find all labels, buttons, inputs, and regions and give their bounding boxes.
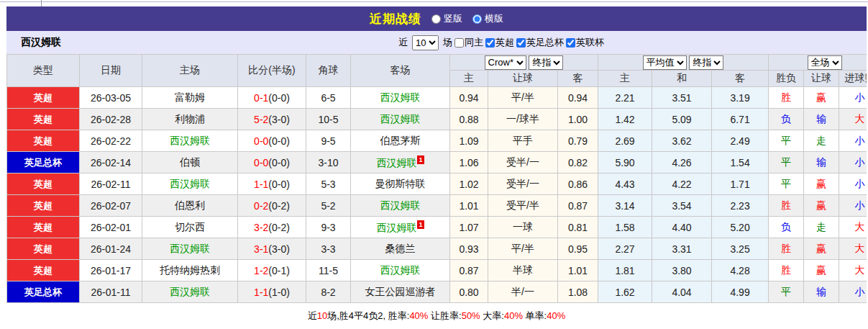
sub-header-avg-draw: 和 [652, 71, 712, 87]
league-badge: 英超 [7, 238, 80, 260]
corner-score: 5-3 [306, 173, 351, 195]
odds-away: 0.86 [558, 173, 598, 195]
summary-footer: 近10场,胜4平4负2, 胜率:40% 让胜率:50% 大率:40% 单率:40… [6, 303, 867, 323]
results-table-wrap: 类型 日期 主场 比分(半场) 角球 客场 Crow* 终指 平均值 终指 [6, 54, 867, 303]
match-date: 26-02-11 [80, 173, 142, 195]
top-divider-line [0, 1, 868, 2]
match-date: 26-02-14 [80, 152, 142, 173]
col-header-type: 类型 [7, 55, 80, 87]
scope-select[interactable]: 全场 [808, 55, 842, 70]
odds-handicap: 受半/一 [488, 173, 558, 195]
result-winloss: 胜 [769, 87, 804, 109]
away-team: 西汉姆联1 [351, 217, 450, 238]
match-count-select[interactable]: 10 [412, 35, 439, 50]
horizontal-radio-input[interactable] [472, 14, 482, 24]
odds-away: 0.95 [558, 238, 598, 260]
result-winloss: 平 [769, 173, 804, 195]
odds-away: 1.08 [558, 281, 598, 303]
result-winloss: 负 [769, 109, 804, 130]
table-row: 英超26-02-28利物浦5-2(3-0)10-5西汉姆联0.88一/球半1.0… [7, 109, 867, 130]
avg-home: 5.90 [598, 152, 652, 173]
sub-header-odds-home: 主 [450, 71, 488, 87]
summary-segment: 让胜率: [428, 310, 461, 321]
europe-stage-select[interactable]: 终指 [689, 55, 723, 70]
home-team: 伯恩利 [142, 195, 238, 217]
result-handicap: 赢 [804, 173, 839, 195]
avg-home: 4.43 [598, 173, 652, 195]
same-home-checkbox[interactable] [454, 38, 464, 48]
corner-score: 11-5 [306, 260, 351, 281]
away-team-name: 女王公园巡游者 [365, 286, 436, 297]
vertical-radio-input[interactable] [431, 14, 441, 24]
summary-segment: 10 [317, 310, 327, 321]
avg-home: 1.58 [598, 217, 652, 238]
col-header-score: 比分(半场) [238, 55, 306, 87]
odds-home: 0.94 [450, 87, 488, 109]
asian-odds-group-header: Crow* 终指 [450, 55, 598, 71]
avg-away: 1.71 [712, 173, 769, 195]
odds-home: 1.07 [450, 217, 488, 238]
odds-source-select[interactable]: Crow* [485, 55, 526, 70]
avg-home: 1.62 [598, 281, 652, 303]
table-row: 英足总杯26-01-11西汉姆联1-1(1-0)8-2女王公园巡游者0.80半/… [7, 281, 867, 303]
vertical-radio-label: 竖版 [444, 12, 462, 25]
sub-header-goals: 进球数 [839, 71, 867, 87]
filter-premier-league[interactable]: 英超 [485, 36, 514, 49]
fa-cup-checkbox[interactable] [516, 38, 526, 48]
table-row: 英超26-02-01切尔西3-2(0-2)9-3西汉姆联11.07一球0.811… [7, 217, 867, 238]
premier-league-checkbox[interactable] [485, 38, 495, 48]
europe-source-select[interactable]: 平均值 [643, 55, 687, 70]
result-goals: 小 [839, 195, 867, 217]
match-date: 26-01-17 [80, 260, 142, 281]
panel-titlebar: 近期战绩 竖版 横版 [6, 6, 867, 31]
layout-radio-horizontal[interactable]: 横版 [472, 12, 503, 25]
avg-draw: 3.54 [652, 195, 712, 217]
filter-fa-cup[interactable]: 英足总杯 [516, 36, 564, 49]
col-header-corner: 角球 [306, 55, 351, 87]
away-team-name: 伯恩茅斯 [380, 135, 421, 146]
match-date: 26-01-24 [80, 238, 142, 260]
table-row: 英超26-02-07伯恩利0-2(0-2)5-2西汉姆联1.01受平/半0.87… [7, 195, 867, 217]
odds-away: 0.82 [558, 152, 598, 173]
result-handicap: 输 [804, 109, 839, 130]
away-team: 桑德兰 [351, 238, 450, 260]
avg-away: 5.20 [712, 217, 769, 238]
layout-radio-vertical[interactable]: 竖版 [431, 12, 462, 25]
league-badge: 英超 [7, 130, 80, 152]
away-team: 西汉姆联 [351, 109, 450, 130]
league-badge: 英超 [7, 87, 80, 109]
avg-away: 6.71 [712, 109, 769, 130]
europe-odds-group-header: 平均值 终指 [598, 55, 769, 71]
team-filter-bar: 西汉姆联 近 10 场 同主 英超 英足总杯 英联杯 [6, 31, 867, 54]
avg-draw: 4.40 [652, 217, 712, 238]
filter-league-cup[interactable]: 英联杯 [566, 36, 604, 49]
unit-label: 场 [443, 36, 452, 49]
corner-score: 6-5 [306, 87, 351, 109]
summary-segment: 近 [308, 310, 317, 321]
avg-away: 4.28 [712, 260, 769, 281]
result-handicap: 走 [804, 130, 839, 152]
league-cup-checkbox[interactable] [566, 38, 575, 48]
odds-handicap: 受半/一 [488, 152, 558, 173]
away-team: 曼彻斯特联 [351, 173, 450, 195]
col-header-date: 日期 [80, 55, 142, 87]
home-team: 富勒姆 [142, 87, 238, 109]
sub-header-avg-home: 主 [598, 71, 652, 87]
result-goals: 小 [839, 87, 867, 109]
summary-segment: 单率: [523, 310, 547, 321]
filter-same-home[interactable]: 同主 [454, 36, 483, 49]
away-team: 女王公园巡游者 [351, 281, 450, 303]
avg-home: 2.21 [598, 87, 652, 109]
table-row: 英超26-02-22西汉姆联0-0(0-0)9-5伯恩茅斯1.09平手0.792… [7, 130, 867, 152]
results-table: 类型 日期 主场 比分(半场) 角球 客场 Crow* 终指 平均值 终指 [6, 54, 867, 303]
result-winloss: 平 [769, 152, 804, 173]
away-team-name: 曼彻斯特联 [375, 178, 426, 189]
result-winloss: 平 [769, 130, 804, 152]
odds-home: 1.06 [450, 152, 488, 173]
avg-away: 3.25 [712, 238, 769, 260]
away-team-badge: 1 [417, 156, 424, 164]
avg-away: 2.23 [712, 195, 769, 217]
odds-stage-select[interactable]: 终指 [529, 55, 563, 70]
away-team: 西汉姆联1 [351, 152, 450, 173]
match-score: 3-1(3-0) [238, 238, 306, 260]
